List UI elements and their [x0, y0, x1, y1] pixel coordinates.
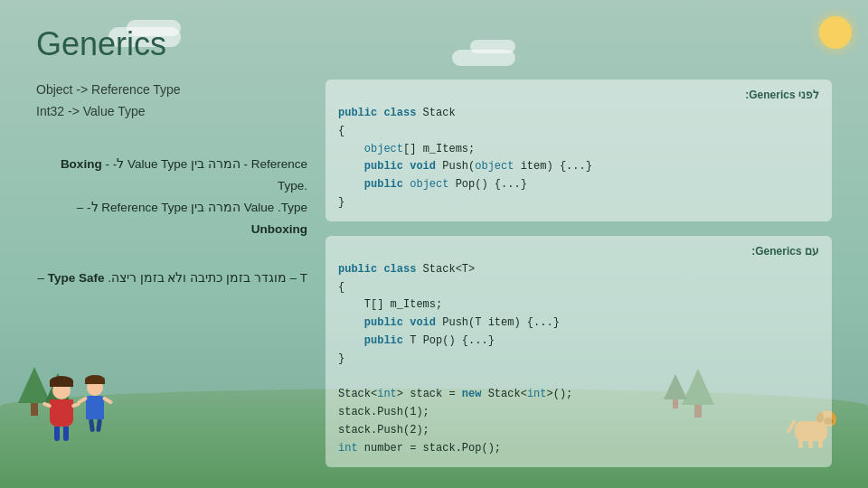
- after-code-line-3: public void Push(T item) {...}: [338, 314, 819, 333]
- slide-title: Generics: [36, 25, 832, 63]
- before-code-line-0: public class Stack: [338, 105, 819, 123]
- unboxing-label: Unboxing: [251, 222, 307, 236]
- after-code-line-2: T[] m_Items;: [338, 296, 819, 314]
- before-code-line-2: object[] m_Items;: [338, 141, 819, 159]
- after-code-line-5: }: [338, 351, 819, 369]
- after-code-line-1: {: [338, 279, 819, 297]
- before-generics-label: לפני Generics:: [745, 87, 819, 105]
- object-ref-type: Object -> Reference Type: [36, 80, 307, 101]
- before-generics-block: לפני Generics: public class Stack { obje…: [326, 80, 832, 221]
- type-safe-section: T – מוגדר בזמן כתיבה ולא בזמן ריצה. Type…: [36, 268, 307, 289]
- unboxing-line: Value .Type המרה בין Reference Type ל- –…: [36, 197, 307, 241]
- after-generics-block: עם Generics: public class Stack<T> { T[]…: [326, 236, 832, 467]
- type-safe-label: Type Safe: [48, 271, 105, 285]
- before-code-line-4: public object Pop() {...}: [338, 176, 819, 194]
- after-code-spacer: [338, 369, 819, 387]
- slide: Generics Object -> Reference Type Int32 …: [0, 0, 868, 488]
- before-code-line-1: {: [338, 123, 819, 141]
- after-code-line-4: public T Pop() {...}: [338, 333, 819, 351]
- after-code-line-6: Stack<int> stack = new Stack<int>();: [338, 386, 819, 404]
- after-generics-label: עם Generics:: [751, 243, 819, 261]
- before-code-line-5: }: [338, 194, 819, 212]
- after-code-line-9: int number = stack.Pop();: [338, 440, 819, 458]
- after-code-line-0: public class Stack<T>: [338, 261, 819, 279]
- unboxing-rtl-text: המרה בין Reference Type ל-: [87, 201, 241, 214]
- reference-text: Reference: [251, 157, 307, 171]
- boxing-label: Boxing: [61, 157, 102, 171]
- content-area: Object -> Reference Type Int32 -> Value …: [36, 80, 832, 470]
- object-types: Object -> Reference Type Int32 -> Value …: [36, 80, 307, 123]
- after-code-line-8: stack.Push(2);: [338, 422, 819, 440]
- after-code-line-7: stack.Push(1);: [338, 404, 819, 422]
- right-panel: לפני Generics: public class Stack { obje…: [326, 80, 832, 470]
- boxing-type-line: .Type: [36, 175, 307, 197]
- boxing-section: Reference - המרה בין Value Type ל- - Box…: [36, 154, 307, 241]
- object-val-type: Int32 -> Value Type: [36, 101, 307, 123]
- before-code-line-3: public void Push(object item) {...}: [338, 158, 819, 176]
- unboxing-suffix: Value .Type: [244, 201, 307, 214]
- boxing-line: Reference - המרה בין Value Type ל- - Box…: [36, 154, 307, 175]
- type-safe-text: T – מוגדר בזמן כתיבה ולא בזמן ריצה.: [108, 271, 307, 285]
- left-panel: Object -> Reference Type Int32 -> Value …: [36, 80, 307, 470]
- boxing-rtl-text: המרה בין Value Type ל-: [113, 157, 241, 171]
